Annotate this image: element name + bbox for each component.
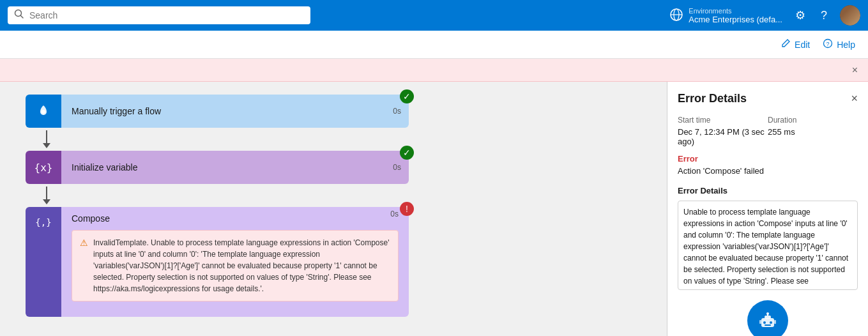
env-block: Environments Acme Enterprises (defa... — [669, 7, 782, 24]
search-input[interactable] — [29, 10, 304, 20]
svg-rect-16 — [774, 320, 776, 324]
step-trigger[interactable]: Manually trigger a flow 0s ✓ — [26, 95, 409, 128]
error-details-panel: Error Details × Start time Dec 7, 12:34 … — [667, 82, 868, 336]
help-circle-icon: ? — [823, 38, 833, 50]
edit-icon — [780, 38, 791, 50]
env-label: Environments — [689, 7, 782, 15]
svg-rect-14 — [765, 325, 771, 326]
warning-icon: ⚠ — [80, 238, 88, 294]
step-trigger-duration: 0s — [393, 107, 401, 116]
panel-header: Error Details × — [678, 92, 858, 105]
arrow-head-1 — [43, 143, 50, 148]
arrow-connector-1 — [43, 128, 50, 151]
step-trigger-label: Manually trigger a flow — [72, 106, 161, 116]
error-details-content: Unable to process template language expr… — [683, 208, 848, 286]
step-compose[interactable]: {,} Compose 0s ⚠ InvalidTemplate. Unable… — [26, 207, 409, 317]
duration-block: Duration 255 ms — [768, 116, 858, 146]
step-trigger-body: Manually trigger a flow 0s — [61, 95, 409, 128]
search-icon — [14, 9, 24, 22]
start-time-block: Start time Dec 7, 12:34 PM (3 sec ago) — [678, 116, 768, 146]
error-label: Error — [678, 154, 858, 164]
step-variable-status: ✓ — [400, 146, 414, 160]
step-compose-header: Compose 0s — [72, 213, 399, 230]
sub-toolbar: Edit ? Help — [0, 31, 868, 59]
panel-title: Error Details — [678, 92, 747, 105]
step-trigger-icon — [26, 95, 61, 128]
nav-right: Environments Acme Enterprises (defa... ⚙… — [669, 5, 860, 26]
env-name: Acme Enterprises (defa... — [689, 15, 782, 24]
svg-point-13 — [770, 321, 772, 324]
error-details-textbox[interactable]: Unable to process template language expr… — [678, 201, 858, 290]
help-text-label: Help — [837, 40, 855, 50]
error-value: Action 'Compose' failed — [678, 166, 858, 176]
step-variable-label: Initialize variable — [72, 162, 138, 172]
start-time-label: Start time — [678, 116, 768, 125]
svg-point-11 — [766, 312, 769, 315]
edit-label: Edit — [795, 40, 810, 50]
help-button[interactable]: ? — [818, 6, 830, 25]
step-compose-error-box: ⚠ InvalidTemplate. Unable to process tem… — [72, 230, 399, 302]
top-nav: Environments Acme Enterprises (defa... ⚙… — [0, 0, 868, 31]
svg-point-7 — [42, 110, 45, 114]
panel-close-button[interactable]: × — [851, 92, 858, 105]
svg-text:?: ? — [826, 41, 830, 47]
error-details-block: Error Details Unable to process template… — [678, 186, 858, 290]
step-compose-body: Compose 0s ⚠ InvalidTemplate. Unable to … — [61, 207, 409, 317]
robot-icon-area — [678, 300, 858, 336]
error-details-label: Error Details — [678, 186, 858, 195]
env-text: Environments Acme Enterprises (defa... — [689, 7, 782, 24]
arrow-head-2 — [43, 199, 50, 204]
svg-rect-9 — [765, 316, 771, 319]
arrow-line-2 — [46, 187, 47, 199]
step-compose-label: Compose — [72, 213, 110, 224]
panel-meta-row: Start time Dec 7, 12:34 PM (3 sec ago) D… — [678, 116, 858, 146]
start-time-value: Dec 7, 12:34 PM (3 sec ago) — [678, 127, 768, 146]
step-variable-duration: 0s — [393, 163, 401, 172]
env-icon — [669, 8, 683, 24]
flow-steps: Manually trigger a flow 0s ✓ {x} Initial… — [26, 95, 422, 317]
flow-canvas: Manually trigger a flow 0s ✓ {x} Initial… — [0, 82, 667, 336]
step-compose-icon: {,} — [26, 207, 61, 317]
svg-point-12 — [763, 321, 766, 324]
duration-value: 255 ms — [768, 127, 858, 137]
step-compose-error-text: InvalidTemplate. Unable to process templ… — [93, 237, 390, 294]
step-compose-status: ! — [400, 202, 414, 216]
svg-rect-15 — [759, 320, 761, 324]
arrow-line-1 — [46, 130, 47, 143]
step-variable-body: Initialize variable 0s — [61, 151, 409, 184]
close-banner-button[interactable]: × — [852, 65, 858, 76]
error-block: Error Action 'Compose' failed — [678, 154, 858, 176]
help-text-button[interactable]: ? Help — [823, 38, 855, 50]
duration-label: Duration — [768, 116, 858, 125]
step-variable[interactable]: {x} Initialize variable 0s ✓ — [26, 151, 409, 184]
avatar[interactable] — [840, 5, 860, 26]
settings-button[interactable]: ⚙ — [793, 6, 808, 25]
step-trigger-status: ✓ — [400, 89, 414, 103]
arrow-connector-2 — [43, 184, 50, 207]
error-banner: × — [0, 59, 868, 82]
step-compose-duration: 0s — [390, 210, 399, 218]
svg-line-1 — [21, 16, 24, 19]
search-box[interactable] — [8, 6, 310, 24]
step-variable-icon: {x} — [26, 151, 61, 184]
robot-icon — [747, 300, 788, 336]
edit-button[interactable]: Edit — [780, 38, 810, 50]
main-content: Manually trigger a flow 0s ✓ {x} Initial… — [0, 82, 868, 336]
